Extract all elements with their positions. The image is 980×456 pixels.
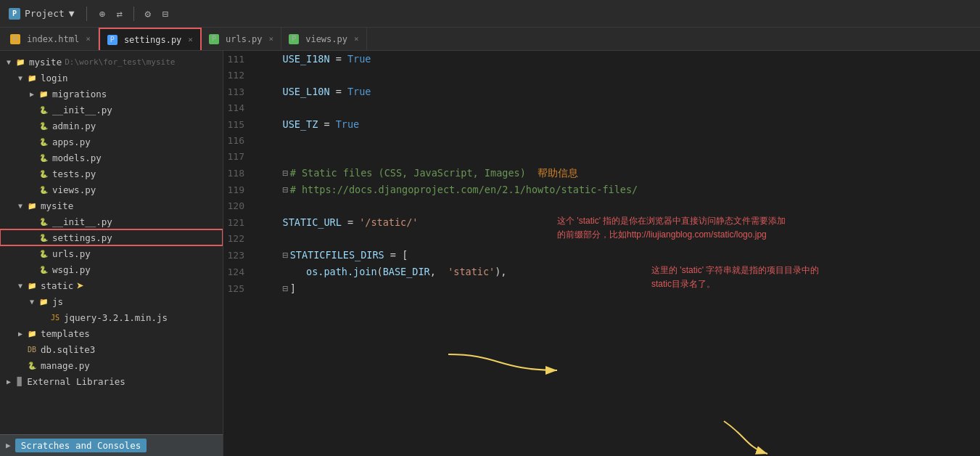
tree-jquery[interactable]: JS jquery-3.2.1.min.js	[0, 309, 223, 325]
tab-urls-py-close[interactable]: ×	[269, 34, 274, 44]
settings-py-tree-label: settings.py	[52, 232, 112, 243]
arrow-external-libs: ▶	[3, 378, 15, 386]
project-label: Project	[25, 8, 65, 19]
sqlite-icon: DB	[26, 345, 38, 354]
tab-index-html[interactable]: H index.html ×	[3, 28, 99, 50]
arrow-js: ▼	[26, 298, 38, 306]
tree-root-mysite[interactable]: ▼ 📁 mysite D:\work\for_test\mysite	[0, 54, 223, 70]
toolbar-icons: ⊕ ⇄ ⚙ ⊟	[96, 7, 172, 21]
add-icon[interactable]: ⊕	[96, 7, 109, 20]
py-models-icon: 🐍	[38, 153, 49, 162]
annotation-static-url: 这个 'static' 指的是你在浏览器中直接访问静态文件需要添加的前缀部分，比…	[557, 214, 825, 242]
line-num-123: 123	[223, 248, 256, 264]
migrations-label: migrations	[52, 89, 107, 99]
bar-chart-icon: ▐▌	[15, 377, 24, 386]
py-tests-icon: 🐍	[38, 169, 49, 178]
line-content-111: USE_I18N = True	[256, 51, 980, 67]
tab-index-html-close[interactable]: ×	[86, 34, 91, 44]
tree-templates[interactable]: ▶ 📁 templates	[0, 325, 223, 341]
tree-wsgi-py[interactable]: 🐍 wsgi.py	[0, 261, 223, 277]
line-num-114: 114	[223, 100, 256, 116]
line-num-121: 121	[223, 215, 256, 231]
tree-db-sqlite3[interactable]: DB db.sqlite3	[0, 341, 223, 357]
tab-views-py[interactable]: P views.py ×	[281, 28, 366, 50]
folder-mysite-sub-icon: 📁	[26, 201, 38, 210]
tree-settings-py[interactable]: 🐍 settings.py	[0, 229, 223, 245]
tree-login[interactable]: ▼ 📁 login	[0, 70, 223, 86]
mysite-sub-label: mysite	[41, 200, 73, 211]
urls-py-tree-label: urls.py	[52, 248, 91, 259]
arrow-mysite-sub: ▼	[15, 202, 26, 210]
tab-settings-py[interactable]: P settings.py ×	[99, 28, 202, 50]
code-line-123: 123 ⊟STATICFILES_DIRS = [	[223, 247, 980, 264]
toolbar-divider-2	[133, 7, 134, 21]
external-libraries-label: External Libraries	[27, 376, 125, 387]
tab-settings-py-close[interactable]: ×	[188, 35, 193, 44]
tree-apps-py[interactable]: 🐍 apps.py	[0, 134, 223, 150]
line-num-116: 116	[223, 133, 256, 149]
code-line-113: 113 USE_L10N = True	[223, 84, 980, 100]
line-num-115: 115	[223, 117, 256, 133]
py-settings-icon: 🐍	[38, 233, 49, 242]
close-panel-icon[interactable]: ⊟	[159, 7, 172, 20]
folder-js-icon: 📁	[38, 297, 49, 306]
sync-icon[interactable]: ⇄	[113, 7, 126, 20]
arrow-mysite: ▼	[3, 58, 15, 66]
code-line-119: 119 ⊟# https://docs.djangoproject.com/en…	[223, 182, 980, 198]
py-admin-icon: 🐍	[38, 121, 49, 130]
tree-external-libraries[interactable]: ▶ ▐▌ External Libraries	[0, 373, 223, 389]
py-wsgi-icon: 🐍	[38, 265, 49, 274]
tree-mysite-sub[interactable]: ▼ 📁 mysite	[0, 198, 223, 213]
wsgi-py-label: wsgi.py	[52, 264, 91, 275]
py-login-views-icon: 🐍	[38, 185, 49, 194]
line-num-112: 112	[223, 68, 256, 84]
code-line-111: 111 USE_I18N = True	[223, 51, 980, 68]
code-line-112: 112	[223, 68, 980, 84]
py-mysite-init-icon: 🐍	[38, 217, 49, 226]
tree-js[interactable]: ▼ 📁 js	[0, 293, 223, 309]
tab-views-py-close[interactable]: ×	[354, 34, 359, 44]
manage-py-label: manage.py	[41, 360, 90, 371]
arrow-migrations: ▶	[26, 90, 38, 98]
project-dropdown-arrow[interactable]: ▼	[69, 8, 75, 19]
arrow-templates: ▶	[15, 330, 26, 338]
py-manage-icon: 🐍	[26, 361, 38, 370]
templates-label: templates	[41, 328, 90, 339]
tests-py-label: tests.py	[52, 168, 96, 179]
py-login-init-icon: 🐍	[38, 105, 49, 114]
tree-login-init[interactable]: 🐍 __init__.py	[0, 102, 223, 118]
tree-login-views-py[interactable]: 🐍 views.py	[0, 182, 223, 198]
tree-tests-py[interactable]: 🐍 tests.py	[0, 166, 223, 182]
login-label: login	[41, 73, 68, 84]
project-tab[interactable]: P Project ▼	[0, 0, 83, 27]
mysite-label: mysite	[29, 57, 62, 68]
js-jquery-icon: JS	[49, 313, 61, 322]
tree-mysite-init[interactable]: 🐍 __init__.py	[0, 213, 223, 229]
code-line-120: 120	[223, 198, 980, 214]
toolbar-divider-1	[86, 7, 87, 21]
tree-models-py[interactable]: 🐍 models.py	[0, 150, 223, 166]
tree-migrations[interactable]: ▶ 📁 migrations	[0, 86, 223, 102]
tree-manage-py[interactable]: 🐍 manage.py	[0, 357, 223, 373]
tree-admin-py[interactable]: 🐍 admin.py	[0, 118, 223, 134]
tab-urls-py[interactable]: P urls.py ×	[202, 28, 281, 50]
html-icon: H	[10, 34, 20, 44]
code-line-117: 117	[223, 149, 980, 165]
tree-urls-py[interactable]: 🐍 urls.py	[0, 245, 223, 261]
annotation-static-dir: 这里的 'static' 字符串就是指的项目目录中的static目录名了。	[651, 264, 891, 291]
line-content-118: ⊟# Static files (CSS, JavaScript, Images…	[256, 165, 980, 182]
code-line-114: 114	[223, 100, 980, 116]
code-line-116: 116	[223, 133, 980, 149]
tab-views-py-label: views.py	[305, 34, 347, 44]
tree-static[interactable]: ▼ 📁 static ➤	[0, 277, 223, 293]
arrow-login: ▼	[15, 74, 26, 82]
login-views-py-label: views.py	[52, 184, 96, 195]
code-lines: 111 USE_I18N = True 112 113 USE_L10N = T…	[223, 51, 980, 456]
line-num-125: 125	[223, 281, 256, 297]
settings-icon[interactable]: ⚙	[141, 7, 155, 20]
folder-static-icon: 📁	[26, 281, 38, 290]
top-bar: P Project ▼ ⊕ ⇄ ⚙ ⊟	[0, 0, 980, 28]
scratches-bottom[interactable]: ▶ Scratches and Consoles	[0, 434, 223, 456]
arrow-static: ▼	[15, 282, 26, 290]
line-num-111: 111	[223, 52, 256, 68]
